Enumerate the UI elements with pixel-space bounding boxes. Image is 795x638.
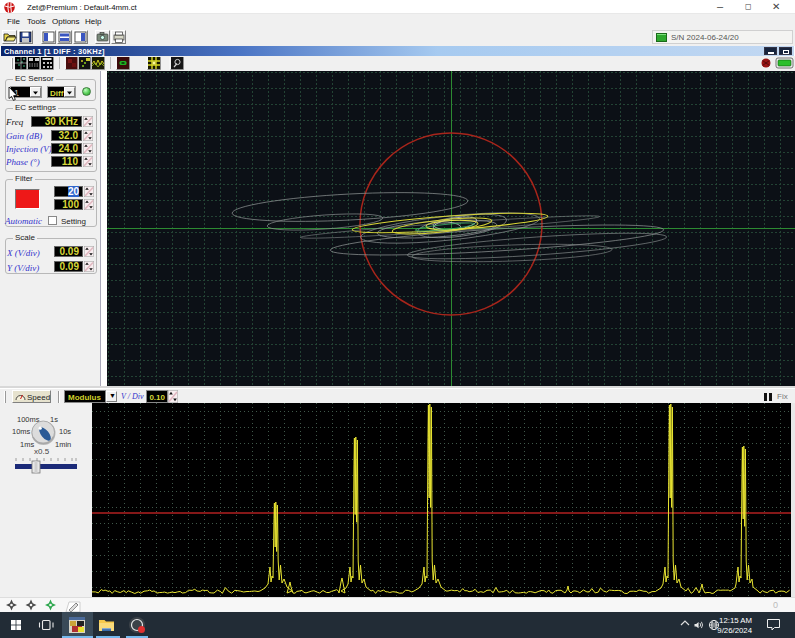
- svg-text:9/26/2024: 9/26/2024: [717, 626, 752, 635]
- svg-text:12:15 AM: 12:15 AM: [719, 616, 752, 625]
